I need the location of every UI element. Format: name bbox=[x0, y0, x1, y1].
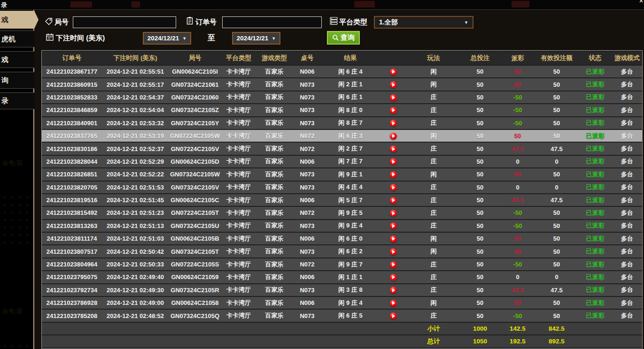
table-row[interactable]: 2412210238301862024-12-21 02:52:37GN0722… bbox=[42, 143, 642, 154]
play-icon[interactable] bbox=[390, 261, 397, 268]
cell-valid_bet: 50 bbox=[535, 233, 578, 244]
play-icon[interactable] bbox=[390, 171, 397, 178]
cell-status: 已派彩 bbox=[578, 117, 612, 129]
table-row[interactable]: 2412210238377652024-12-21 02:53:19GN0722… bbox=[42, 130, 642, 142]
cell-time: 2024-12-21 02:55:17 bbox=[102, 78, 169, 90]
sidebar-item-3[interactable]: 询 bbox=[0, 72, 34, 89]
cell-status: 已派彩 bbox=[578, 143, 612, 154]
table-row[interactable]: 2412210237852082024-12-21 02:48:52GN0732… bbox=[42, 310, 642, 321]
close-icon[interactable]: ✕ bbox=[639, 0, 644, 4]
cell-payout: 47.5 bbox=[500, 194, 535, 206]
play-icon[interactable] bbox=[390, 274, 397, 281]
cell-payout: 50 bbox=[500, 245, 535, 257]
cell-valid_bet: 50 bbox=[535, 78, 578, 90]
subtotal-total-bet: 1000 bbox=[460, 323, 500, 334]
play-icon[interactable] bbox=[390, 210, 397, 217]
cell-round: GN00624C2105D bbox=[169, 156, 221, 167]
table-row[interactable]: 2412210238609152024-12-21 02:55:17GN0732… bbox=[42, 78, 642, 90]
table-row[interactable]: 2412210238409012024-12-21 02:53:32GN0732… bbox=[42, 117, 642, 129]
sidebar-item-2[interactable]: 戏 bbox=[0, 51, 34, 68]
column-header-payout: 派彩 bbox=[500, 52, 535, 65]
play-icon[interactable] bbox=[390, 120, 397, 127]
play-icon[interactable] bbox=[390, 133, 397, 140]
cell-bet_on: 闲 bbox=[407, 130, 460, 142]
cell-result: 闲 8 庄 0 bbox=[322, 104, 379, 116]
cell-time: 2024-12-21 02:49:40 bbox=[102, 271, 169, 283]
table-row[interactable]: 2412210238468592024-12-21 02:54:04GN0732… bbox=[42, 104, 642, 116]
sidebar-item-label: 戏 bbox=[1, 15, 8, 23]
cell-game_type: 百家乐 bbox=[256, 310, 293, 321]
play-icon[interactable] bbox=[390, 197, 397, 204]
date-from-picker[interactable]: 2024/12/21 ▼ bbox=[143, 32, 191, 45]
table-row[interactable]: 2412210238111742024-12-21 02:51:03GN0062… bbox=[42, 233, 642, 244]
sidebar: 戏 虎机 戏 询 录 台号:百 台号:百 bbox=[0, 10, 34, 349]
cell-mode: 多台 bbox=[612, 91, 642, 103]
backdrop-ghost-label: 台号:百 bbox=[2, 159, 23, 167]
cell-platform: 卡卡湾厅 bbox=[221, 117, 256, 129]
cell-valid_bet: 50 bbox=[535, 220, 578, 232]
replay-cell bbox=[379, 130, 407, 142]
cell-round: GN07324C2105Y bbox=[169, 117, 221, 129]
play-icon[interactable] bbox=[390, 312, 397, 319]
grand-total-valid-bet: 892.5 bbox=[535, 335, 578, 347]
platform-list-icon bbox=[329, 16, 338, 27]
table-row[interactable]: 2412210237869282024-12-21 02:49:00GN0062… bbox=[42, 297, 642, 309]
subtotal-row: 小计1000142.5842.5 bbox=[42, 323, 642, 334]
table-row[interactable]: 2412210238671772024-12-21 02:55:51GN0062… bbox=[42, 66, 642, 77]
cell-time: 2024-12-21 02:53:19 bbox=[102, 130, 169, 142]
cell-time: 2024-12-21 02:51:23 bbox=[102, 207, 169, 219]
sidebar-item-0-active[interactable]: 戏 bbox=[0, 11, 34, 29]
order-number-input[interactable] bbox=[222, 16, 322, 28]
table-row[interactable]: 2412210238280442024-12-21 02:52:29GN0062… bbox=[42, 156, 642, 167]
cell-bet_on: 庄 bbox=[407, 91, 460, 103]
sidebar-item-1[interactable]: 虎机 bbox=[0, 30, 34, 47]
platform-type-select[interactable]: 1.全部 ▼ bbox=[374, 16, 473, 29]
cell-mode: 多台 bbox=[612, 245, 642, 257]
cell-valid_bet: 0 bbox=[535, 156, 578, 167]
sidebar-item-4[interactable]: 录 bbox=[0, 92, 34, 109]
play-icon[interactable] bbox=[390, 145, 397, 152]
table-row[interactable]: 2412210238207052024-12-21 02:51:53GN0732… bbox=[42, 182, 642, 193]
cell-result: 闲 6 庄 4 bbox=[322, 66, 379, 77]
play-icon[interactable] bbox=[390, 81, 397, 88]
cell-game_type: 百家乐 bbox=[256, 168, 293, 180]
cell-valid_bet: 47.5 bbox=[535, 284, 578, 296]
cell-order: 241221023860915 bbox=[42, 78, 102, 90]
play-icon[interactable] bbox=[390, 94, 397, 101]
replay-cell bbox=[379, 258, 407, 270]
play-icon[interactable] bbox=[390, 287, 397, 294]
date-to-picker[interactable]: 2024/12/21 ▼ bbox=[232, 32, 280, 45]
table-row[interactable]: 2412210238049642024-12-21 02:50:33GN0722… bbox=[42, 258, 642, 270]
play-icon[interactable] bbox=[390, 300, 397, 307]
cell-total_bet: 50 bbox=[460, 194, 500, 206]
play-icon[interactable] bbox=[390, 107, 397, 114]
column-header-result: 结果 bbox=[322, 52, 379, 65]
play-icon[interactable] bbox=[390, 248, 397, 255]
play-icon[interactable] bbox=[390, 68, 397, 76]
cell-mode: 多台 bbox=[612, 156, 642, 167]
table-row[interactable]: 2412210238528332024-12-21 02:54:37GN0732… bbox=[42, 91, 642, 103]
play-icon[interactable] bbox=[390, 235, 397, 243]
table-row[interactable]: 2412210238195162024-12-21 02:51:45GN0062… bbox=[42, 194, 642, 206]
table-row[interactable]: 2412210238132632024-12-21 02:51:13GN0732… bbox=[42, 220, 642, 232]
table-row[interactable]: 2412210238268512024-12-21 02:52:22GN0732… bbox=[42, 168, 642, 180]
table-row[interactable]: 2412210238075172024-12-21 02:50:42GN0732… bbox=[42, 245, 642, 257]
play-icon[interactable] bbox=[390, 184, 397, 191]
replay-cell bbox=[379, 207, 407, 219]
round-number-input[interactable] bbox=[73, 16, 176, 28]
cell-mode: 多台 bbox=[612, 117, 642, 129]
cell-mode: 多台 bbox=[612, 271, 642, 283]
order-number-label: 订单号 bbox=[195, 18, 217, 27]
search-button-label: 查询 bbox=[341, 33, 355, 42]
cell-valid_bet: 50 bbox=[535, 258, 578, 270]
cell-status: 已派彩 bbox=[578, 156, 612, 167]
cell-game_type: 百家乐 bbox=[256, 117, 293, 129]
table-row[interactable]: 2412210237927342024-12-21 02:49:30GN0732… bbox=[42, 284, 642, 296]
table-row[interactable]: 2412210237950752024-12-21 02:49:40GN0062… bbox=[42, 271, 642, 283]
table-row[interactable]: 2412210238154922024-12-21 02:51:23GN0722… bbox=[42, 207, 642, 219]
play-icon[interactable] bbox=[390, 158, 397, 165]
search-button[interactable]: 查询 bbox=[327, 31, 360, 45]
cell-game_type: 百家乐 bbox=[256, 156, 293, 167]
play-icon[interactable] bbox=[390, 222, 397, 229]
cell-result: 闲 4 庄 4 bbox=[322, 182, 379, 193]
